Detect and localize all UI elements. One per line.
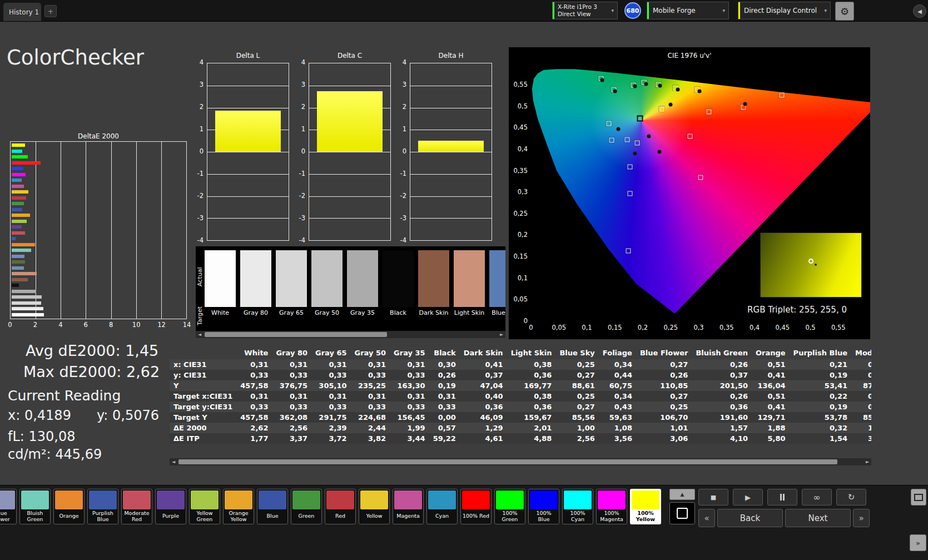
patch-button[interactable]: 100% Cyan: [562, 489, 593, 524]
patch-button[interactable]: Purple: [155, 489, 186, 524]
scroll-left-icon[interactable]: ◄: [196, 331, 204, 338]
y-tick-label: 0: [301, 147, 305, 155]
table-cell: 235,25: [351, 380, 390, 391]
patch-button[interactable]: 100% Red: [460, 489, 492, 524]
swatch-scrollbar[interactable]: ◄ ►: [196, 331, 505, 338]
target-point: [688, 133, 693, 138]
patch-button[interactable]: Blue Flower: [0, 489, 17, 524]
patch-button[interactable]: Red: [325, 489, 356, 524]
measured-point: [658, 150, 662, 153]
continuous-read-button[interactable]: ∞: [802, 489, 832, 506]
gridline: [207, 174, 289, 175]
table-cell: 0,19: [429, 380, 460, 391]
workflow-dropdown[interactable]: Direct Display Control ▾: [738, 2, 831, 19]
settings-button[interactable]: ⚙: [835, 2, 854, 21]
row-label: Target y:CIE31: [170, 402, 236, 412]
patch-button[interactable]: Yellow Green: [189, 489, 220, 524]
patch-label: 100% Green: [496, 509, 524, 523]
delta-c-bar: [317, 91, 383, 152]
gridline: [207, 218, 289, 219]
add-tab-button[interactable]: +: [44, 5, 57, 17]
patch-label: Green: [292, 509, 320, 523]
patch-label: 100% Red: [462, 509, 490, 523]
patch-button[interactable]: Orange: [53, 489, 85, 524]
source-dropdown[interactable]: Mobile Forge ▾: [647, 2, 729, 19]
patch-button[interactable]: Magenta: [393, 489, 424, 524]
current-reading-heading: Current Reading: [8, 388, 121, 404]
de2000-bar: [12, 190, 28, 194]
back-button[interactable]: Back: [717, 509, 783, 527]
scroll-right-icon[interactable]: ►: [498, 331, 505, 338]
table-cell: 1,08: [599, 423, 636, 433]
patch-button[interactable]: Moderate Red: [121, 489, 152, 524]
pause-button[interactable]: [767, 489, 797, 506]
swatch-label: White: [205, 309, 236, 316]
table-cell: 0,38: [507, 359, 556, 370]
swatch-color: [383, 250, 414, 307]
patch-button[interactable]: Orange Yellow: [223, 489, 254, 524]
stop-button[interactable]: ■: [698, 489, 728, 506]
table-cell: 0,36: [692, 402, 752, 412]
inset-measure-marker: [808, 259, 813, 264]
back-chevron-button[interactable]: «: [698, 509, 715, 527]
measured-point: [600, 78, 604, 82]
display-toggle-button[interactable]: [911, 489, 926, 506]
y-tick-label: 3: [200, 81, 204, 88]
collapse-button[interactable]: ◀: [913, 4, 926, 18]
scroll-left-icon[interactable]: ◄: [170, 458, 177, 465]
table-scrollbar[interactable]: ◄ ►: [170, 458, 871, 465]
meter-dropdown[interactable]: X-Rite i1Pro 3 Direct View ▾: [552, 2, 618, 19]
pattern-window-icon: [677, 508, 688, 519]
patch-count-badge[interactable]: 680: [624, 2, 641, 19]
table-row: ΔE ITP1,773,373,723,823,4459,224,614,882…: [170, 433, 871, 444]
de2000-bar: [12, 290, 36, 293]
patch-strip-up-button[interactable]: ▲: [669, 489, 695, 500]
column-header: Black: [429, 347, 460, 359]
de2000-bar: [12, 179, 22, 182]
history-tab[interactable]: History 1: [3, 3, 41, 21]
measured-point: [616, 127, 620, 131]
de2000-bar: [12, 214, 30, 217]
next-chevron-button[interactable]: »: [853, 509, 870, 527]
y-tick-label: -1: [299, 170, 305, 177]
chevrons-left-icon: «: [704, 513, 709, 523]
patch-button[interactable]: 100% Green: [494, 489, 525, 524]
table-cell: 0,34: [599, 391, 636, 402]
patch-label: 100% Cyan: [564, 509, 592, 523]
pattern-window-button[interactable]: [669, 502, 695, 524]
scrollbar-thumb[interactable]: [178, 459, 837, 464]
patch-button[interactable]: Cyan: [426, 489, 458, 524]
corner-expand-button[interactable]: »: [910, 534, 926, 551]
patch-button[interactable]: Bluish Green: [19, 489, 51, 524]
patch-button[interactable]: Purplish Blue: [87, 489, 118, 524]
column-header: [170, 347, 236, 359]
x-tick-label: 12: [157, 321, 166, 329]
table-cell: 47,04: [460, 380, 507, 391]
de2000-chart: [10, 141, 187, 319]
y-tick-label: -2: [299, 192, 305, 200]
table-cell: 85,46: [851, 412, 871, 423]
table-cell: 0,43: [599, 402, 636, 412]
next-button[interactable]: Next: [785, 509, 851, 527]
delta-h-y-axis: 43210-1-2-3-4: [393, 63, 408, 241]
patch-button[interactable]: Yellow: [359, 489, 390, 524]
scrollbar-thumb[interactable]: [205, 332, 387, 337]
next-label: Next: [808, 513, 828, 523]
patch-button[interactable]: 100% Yellow: [630, 489, 661, 524]
max-de2000: Max dE2000: 2,62: [23, 363, 160, 380]
patch-button[interactable]: 100% Magenta: [596, 489, 627, 524]
current-xy: x: 0,4189 y: 0,5076: [8, 408, 159, 423]
patch-button[interactable]: Blue: [257, 489, 288, 524]
table-cell: 0,25: [555, 391, 598, 402]
play-button[interactable]: ▶: [733, 489, 763, 506]
scroll-right-icon[interactable]: ►: [864, 458, 871, 465]
target-point: [659, 107, 664, 112]
patch-button[interactable]: 100% Blue: [528, 489, 559, 524]
cie-diagram-panel: CIE 1976 u'v' 0,550,50,450,40,350,30,250…: [509, 47, 870, 339]
loop-button[interactable]: ↻: [836, 489, 866, 506]
gridline: [410, 86, 492, 86]
table-cell: 1,00: [555, 423, 598, 433]
table-row: ΔE 20002,622,562,392,441,990,571,292,011…: [170, 423, 871, 433]
table-cell: 0,27: [636, 359, 692, 370]
patch-button[interactable]: Green: [291, 489, 322, 524]
